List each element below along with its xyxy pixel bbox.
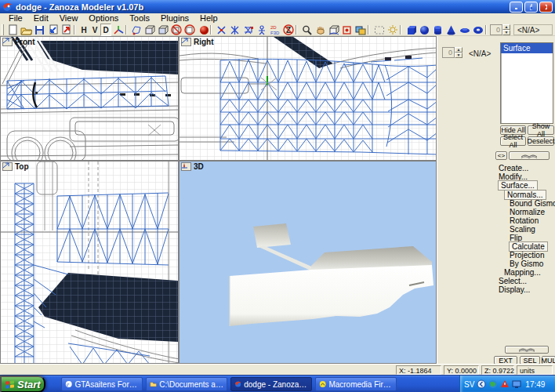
panel-bottom-collapse-button[interactable] [505,346,549,354]
spinner-down-icon[interactable]: ▼ [502,30,510,35]
panel-material-dropdown[interactable]: <N/A> [469,49,491,58]
view-h-button[interactable]: H [78,24,89,36]
zoom-extents-button[interactable] [340,24,354,36]
show-all-button[interactable]: Show All [528,125,554,135]
object-listbox[interactable]: Surface [500,42,553,124]
select-edges-button[interactable] [228,24,241,36]
restore-button[interactable] [524,2,538,13]
front-viewport-canvas[interactable] [1,37,179,161]
menu-options[interactable]: Options [83,13,124,24]
top-viewport-canvas[interactable] [1,162,179,364]
tray-alert-icon[interactable] [500,379,510,389]
import-button[interactable] [46,24,60,36]
start-button[interactable]: Start [0,376,45,392]
top-viewport-menu-button[interactable] [2,162,13,171]
select-all-button[interactable]: Select All [500,136,526,146]
panel-menu-display[interactable]: Display... [499,285,530,294]
panel-menu-bound-gismo[interactable]: Bound Gismo [510,199,555,208]
zoom-extents-icon [342,25,352,35]
spinner-down-icon[interactable]: ▼ [455,53,462,58]
panel-menu-create[interactable]: Create... [499,164,528,172]
material-sphere-button[interactable] [198,24,211,36]
primitive-cylinder-button[interactable] [431,24,444,36]
right-viewport-canvas[interactable] [180,37,437,161]
taskbar-clock[interactable]: 17:49 [525,380,545,389]
hide-object-button[interactable] [169,24,183,36]
object-box-alt-button[interactable] [156,24,169,36]
language-indicator[interactable]: SV [464,380,474,389]
menu-plugins[interactable]: Plugins [155,13,194,24]
taskbar-task-zmodeler[interactable]: dodge - Zanoza Mode... [230,377,312,391]
panel-menu-mapping[interactable]: Mapping... [504,268,541,277]
panel-toggle-button[interactable]: <> [495,151,507,160]
axis-triad-button[interactable] [112,24,125,36]
deselect-button[interactable]: Deselect [528,136,554,146]
pan-button[interactable] [314,24,327,36]
panel-menu-by-gismo[interactable]: By Gismo [510,260,543,268]
menu-tools[interactable]: Tools [124,13,155,24]
primitive-cube-button[interactable] [404,24,418,36]
front-viewport-menu-button[interactable] [2,38,13,46]
primitive-cone-button[interactable] [444,24,458,36]
lasso-select-button[interactable] [129,24,143,36]
select-faces-button[interactable] [241,24,255,36]
viewport-top[interactable]: Top [0,161,179,364]
object-list-item-surface[interactable]: Surface [501,43,553,53]
toolbar-grip[interactable] [2,24,4,35]
taskbar-task-explorer[interactable]: C:\Documents and Se... [146,377,227,391]
viewport-front[interactable]: Front [0,36,179,161]
tray-globe-icon[interactable] [488,379,498,389]
viewport-right[interactable]: Right [179,36,437,161]
title-bar[interactable]: dodge - Zanoza Modeler v1.07b [0,0,555,13]
view-v-button[interactable]: V [89,24,100,36]
lock-z-button[interactable]: Z [281,24,295,36]
views-layout-button[interactable] [354,24,367,36]
select-objects-button[interactable] [255,24,268,36]
unhide-object-button[interactable] [183,24,196,36]
zoom-button[interactable] [300,24,314,36]
threed-viewport-menu-button[interactable] [181,162,191,171]
close-button[interactable] [539,2,553,13]
menu-help[interactable]: Help [194,13,223,24]
mode-2d3d-button[interactable]: 2D F3D [268,24,281,36]
toolbar-separator [400,25,401,34]
viewport-3d[interactable]: 3D [179,161,437,364]
marquee-rect-button[interactable] [372,24,386,36]
panel-spinner-value[interactable]: 0 [442,47,455,58]
panel-collapse-button[interactable] [509,151,550,160]
taskbar-task-forum[interactable]: e GTAsaitens Forum ->... [61,377,143,391]
menu-file[interactable]: File [3,13,28,24]
right-viewport-menu-button[interactable] [181,38,191,46]
menu-view[interactable]: View [54,13,84,24]
object-box-button[interactable] [143,24,156,36]
toolbar-material-dropdown[interactable]: <N/A> [513,24,553,35]
primitive-disc-button[interactable] [458,24,471,36]
view-d-button[interactable]: D [100,24,111,36]
primitive-sphere-button[interactable] [418,24,431,36]
tray-display-icon[interactable] [512,379,521,389]
tray-back-icon[interactable] [477,379,486,389]
panel-menu-scaling[interactable]: Scaling [510,225,535,234]
toolbar-spinner[interactable]: 0 ▲ ▼ [490,24,510,35]
panel-spinner[interactable]: 0 ▲ ▼ [442,47,462,58]
panel-menu-select[interactable]: Select... [499,277,527,285]
panel-menu-normalize[interactable]: Normalize [510,208,545,216]
arc-rotate-button[interactable] [327,24,340,36]
marquee-circle-button[interactable] [386,24,399,36]
minimize-button[interactable] [510,2,523,13]
select-vertices-button[interactable] [215,24,228,36]
save-button[interactable] [33,24,46,36]
primitive-disc-icon [459,25,470,35]
open-file-button[interactable] [20,24,33,36]
taskbar-task-fireworks[interactable]: Macromedia Firework... [315,377,397,391]
panel-menu-rotation[interactable]: Rotation [510,216,539,225]
menu-edit[interactable]: Edit [28,13,54,24]
export-button[interactable] [60,24,73,36]
new-file-button[interactable] [6,24,20,36]
spinner-up-icon[interactable]: ▲ [502,24,510,30]
spinner-up-icon[interactable]: ▲ [455,47,462,53]
threed-viewport-canvas[interactable] [180,162,437,364]
primitive-torus-button[interactable] [471,24,484,36]
spinner-value[interactable]: 0 [490,24,502,35]
panel-menu-projection[interactable]: Projection [510,251,544,260]
